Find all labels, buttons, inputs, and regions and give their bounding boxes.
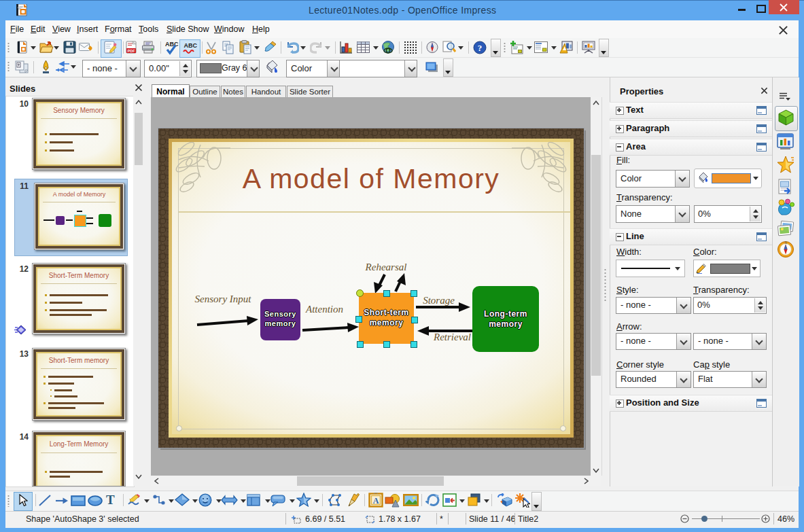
svg-text:ABC: ABC (184, 42, 198, 49)
svg-text:ABC: ABC (165, 41, 179, 48)
svg-text:N: N (784, 241, 786, 245)
svg-text:PDF: PDF (128, 49, 136, 53)
svg-text:A: A (373, 496, 379, 506)
svg-text:?: ? (478, 43, 483, 53)
